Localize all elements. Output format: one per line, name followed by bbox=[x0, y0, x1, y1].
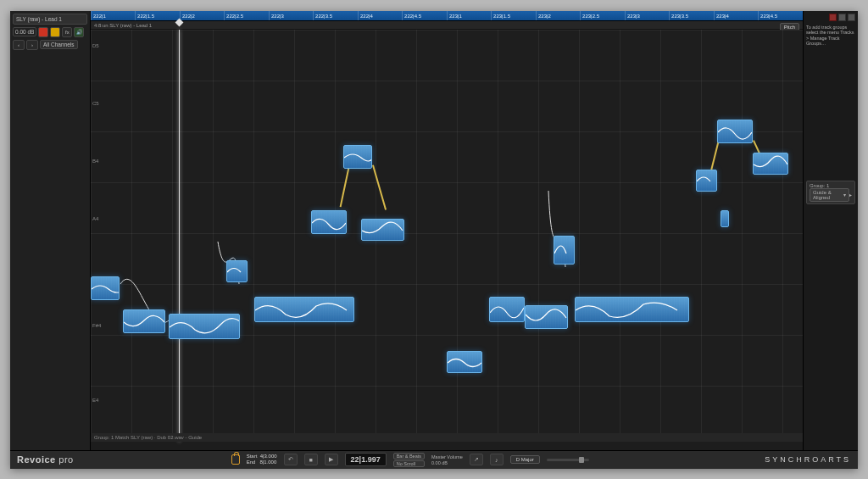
position-display[interactable]: 22|1.997 bbox=[345, 453, 387, 466]
pitch-curve-overlay bbox=[91, 30, 803, 442]
fx-button[interactable]: fx bbox=[62, 27, 72, 37]
next-button[interactable]: › bbox=[26, 40, 38, 50]
track-sidebar: SLY (raw) - Lead 1 0.00 dB fx 🔊 ‹ › All … bbox=[10, 11, 91, 450]
note-block[interactable] bbox=[169, 314, 240, 339]
window-min-icon[interactable] bbox=[838, 14, 846, 21]
scroll-mode-selector[interactable]: No Scroll bbox=[393, 460, 425, 467]
note-block[interactable] bbox=[311, 210, 347, 234]
pitch-editor[interactable]: 222|1 222|1.5 222|2 222|2.5 222|3 222|3.… bbox=[91, 11, 803, 450]
prev-button[interactable]: ‹ bbox=[13, 40, 25, 50]
timeline-tick: 223|3 bbox=[625, 11, 640, 20]
zoom-slider[interactable] bbox=[547, 459, 589, 461]
timeline-tick: 222|2 bbox=[180, 11, 195, 20]
window-max-icon[interactable] bbox=[848, 14, 855, 21]
master-volume-label: Master Volume bbox=[431, 454, 463, 460]
timeline-tick: 223|4 bbox=[714, 11, 729, 20]
note-block[interactable] bbox=[254, 297, 354, 322]
note-block[interactable] bbox=[753, 153, 788, 175]
note-block[interactable] bbox=[575, 297, 688, 322]
key-selector[interactable]: D Major bbox=[510, 455, 540, 464]
timeline-tick: 223|1 bbox=[447, 11, 462, 20]
note-block[interactable] bbox=[717, 120, 753, 143]
group-status-dropdown[interactable]: Guide & Aligned ▾ bbox=[810, 188, 849, 202]
tool-arrow-icon[interactable]: ↗ bbox=[470, 454, 483, 465]
monitor-icon[interactable]: 🔊 bbox=[74, 27, 84, 37]
app-window: SLY (raw) - Lead 1 0.00 dB fx 🔊 ‹ › All … bbox=[10, 11, 858, 469]
hint-text: To add track groups select the menu Trac… bbox=[806, 25, 855, 47]
note-block[interactable] bbox=[525, 305, 567, 329]
timeline-tick: 222|4 bbox=[358, 11, 373, 20]
timeline-tick: 223|1.5 bbox=[491, 11, 510, 20]
master-volume-value: 0.00 dB bbox=[431, 460, 463, 465]
chevron-right-icon[interactable]: ▸ bbox=[849, 192, 852, 198]
track-name-header[interactable]: SLY (raw) - Lead 1 bbox=[13, 14, 87, 25]
gain-readout[interactable]: 0.00 dB bbox=[13, 27, 36, 36]
group-status-label: Guide & Aligned bbox=[813, 190, 842, 200]
group-title: Group: 1 bbox=[810, 183, 829, 188]
play-button[interactable]: ▶ bbox=[325, 454, 338, 465]
brand-right: SYNCHROARTS bbox=[765, 455, 851, 464]
timeline-tick: 222|3.5 bbox=[313, 11, 332, 20]
note-block[interactable] bbox=[91, 276, 120, 300]
process-label: Group: 1 Match SLY (raw) · Dub 02.wav - … bbox=[91, 433, 803, 442]
solo-button[interactable] bbox=[50, 27, 60, 37]
note-block[interactable] bbox=[721, 210, 729, 227]
rewind-button[interactable]: ↶ bbox=[284, 454, 298, 465]
timeline-tick: 222|2.5 bbox=[224, 11, 243, 20]
note-block[interactable] bbox=[226, 260, 248, 282]
editor-canvas[interactable]: D5 C5 B4 A4 G4 F#4 E4 bbox=[91, 30, 803, 442]
chevron-down-icon: ▾ bbox=[843, 192, 846, 198]
stop-button[interactable]: ■ bbox=[304, 454, 318, 465]
master-volume-panel: Master Volume 0.00 dB bbox=[431, 454, 463, 465]
timeline-tick: 222|4.5 bbox=[402, 11, 421, 20]
right-sidebar: To add track groups select the menu Trac… bbox=[803, 11, 858, 450]
bar-beats-selector[interactable]: Bar & Beats bbox=[393, 453, 425, 460]
timeline-ruler[interactable]: 222|1 222|1.5 222|2 222|2.5 222|3 222|3.… bbox=[91, 11, 803, 21]
range-readout: Start 4|3.000 End 8|1.000 bbox=[247, 454, 277, 465]
track-controls-row: 0.00 dB fx 🔊 bbox=[13, 27, 87, 37]
channel-selector[interactable]: All Channels bbox=[40, 40, 78, 49]
timeline-tick: 223|4.5 bbox=[758, 11, 777, 20]
note-block[interactable] bbox=[489, 297, 525, 322]
timeline-tick: 223|3.5 bbox=[669, 11, 688, 20]
lock-icon[interactable] bbox=[231, 454, 240, 465]
window-close-icon[interactable] bbox=[829, 14, 837, 21]
timeline-tick: 222|1 bbox=[91, 11, 106, 20]
tool-tune-icon[interactable]: ♪ bbox=[490, 454, 504, 465]
note-block[interactable] bbox=[361, 219, 403, 241]
timeline-tick: 222|3 bbox=[269, 11, 284, 20]
timeline-tick: 223|2 bbox=[536, 11, 551, 20]
note-block[interactable] bbox=[123, 309, 165, 333]
timeline-tick: 223|2.5 bbox=[580, 11, 599, 20]
window-buttons bbox=[806, 14, 855, 21]
timeline-tick: 222|1.5 bbox=[135, 11, 154, 20]
note-block[interactable] bbox=[447, 351, 482, 373]
note-block[interactable] bbox=[554, 236, 575, 265]
clip-label: 4:8:un SLY (raw) - Lead 1 bbox=[91, 21, 803, 30]
display-mode-panel: Bar & Beats No Scroll bbox=[393, 453, 425, 467]
group-panel: Group: 1 Guide & Aligned ▾ ▸ bbox=[806, 181, 855, 204]
note-block[interactable] bbox=[343, 145, 372, 169]
transport-bar: Revoice pro Start 4|3.000 End 8|1.000 ↶ … bbox=[10, 450, 858, 469]
note-block[interactable] bbox=[696, 170, 717, 192]
record-arm-button[interactable] bbox=[38, 27, 48, 37]
brand-logo: Revoice pro bbox=[17, 454, 74, 465]
